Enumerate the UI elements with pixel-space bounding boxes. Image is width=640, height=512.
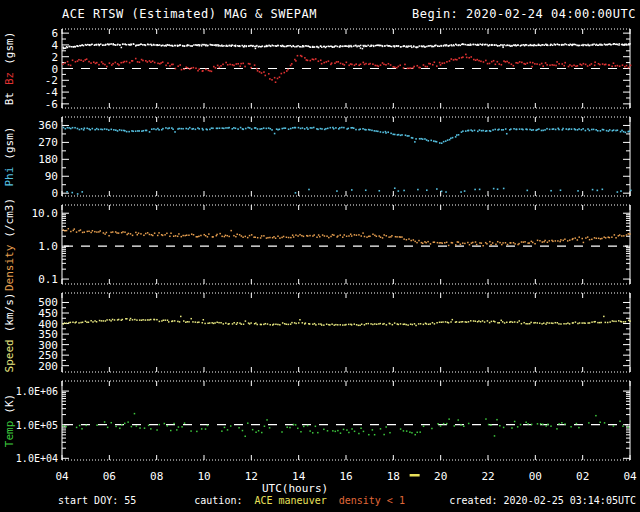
x-tick-label: 12 xyxy=(245,470,258,483)
y-tick-label-density: 1.0 xyxy=(38,240,58,253)
y-axis-label-phi: Phi(gsm) xyxy=(3,127,16,187)
y-axis-label-bt-bz: BtBz(gsm) xyxy=(3,32,16,106)
maneuver-marker xyxy=(410,474,420,477)
x-tick-label: 22 xyxy=(481,470,494,483)
panel-temp: 1.0E+061.0E+051.0E+04Temp(K) xyxy=(3,381,630,464)
x-tick-label: 06 xyxy=(103,470,116,483)
footer-status-bar: start DOY: 55caution:ACE maneuverdensity… xyxy=(58,495,405,506)
series-speed-5 xyxy=(62,316,630,327)
y-tick-label-temp: 1.0E+04 xyxy=(16,453,58,464)
caution-density-text: density < 1 xyxy=(339,495,405,506)
created-timestamp: created: 2020-02-25 03:14:05UTC xyxy=(449,495,636,506)
y-tick-label-density: 10.0 xyxy=(32,207,59,220)
y-tick-label-speed: 200 xyxy=(38,360,58,373)
x-tick-label: 08 xyxy=(150,470,163,483)
y-tick-label-bt-bz: -6 xyxy=(45,98,58,111)
x-tick-label: 00 xyxy=(529,470,542,483)
x-tick-label: 02 xyxy=(576,470,589,483)
caution-label: caution: xyxy=(194,495,242,506)
caution-maneuver-text: ACE maneuver xyxy=(254,495,326,506)
series-phi-3 xyxy=(66,187,631,194)
y-axis-label-temp: Temp(K) xyxy=(3,394,16,447)
x-axis-title: UTC(hours) xyxy=(262,482,442,495)
y-tick-label-phi: 270 xyxy=(38,136,58,149)
x-tick-label: 04 xyxy=(623,470,637,483)
series-density-4 xyxy=(62,228,630,247)
y-axis-label-density: Density(/cm3) xyxy=(3,198,16,291)
y-tick-label-phi: 0 xyxy=(51,187,58,200)
y-tick-label-temp: 1.0E+05 xyxy=(16,420,58,431)
y-tick-label-temp: 1.0E+06 xyxy=(16,386,58,397)
panel-density: 10.01.00.1Density(/cm3) xyxy=(3,198,630,291)
start-doy-label: start DOY: 55 xyxy=(58,495,136,506)
x-tick-label: 04 xyxy=(55,470,69,483)
y-axis-label-speed: Speed(km/s) xyxy=(3,293,16,373)
panel-speed: 500450400350300250200Speed(km/s) xyxy=(3,293,630,373)
series-phi-2 xyxy=(63,127,631,144)
series-bt-bz-0 xyxy=(62,43,630,49)
chart-canvas: 6420-2-4-6BtBz(gsm)360270180900Phi(gsm)1… xyxy=(0,0,640,512)
y-tick-label-phi: 90 xyxy=(45,170,58,183)
ace-rtsw-plot: ACE RTSW (Estimated) MAG & SWEPAM Begin:… xyxy=(0,0,640,512)
panel-bt-bz: 6420-2-4-6BtBz(gsm) xyxy=(3,27,630,111)
y-tick-label-phi: 180 xyxy=(38,153,58,166)
x-tick-label: 10 xyxy=(197,470,210,483)
y-tick-label-density: 0.1 xyxy=(38,273,58,286)
y-tick-label-phi: 360 xyxy=(38,119,58,132)
